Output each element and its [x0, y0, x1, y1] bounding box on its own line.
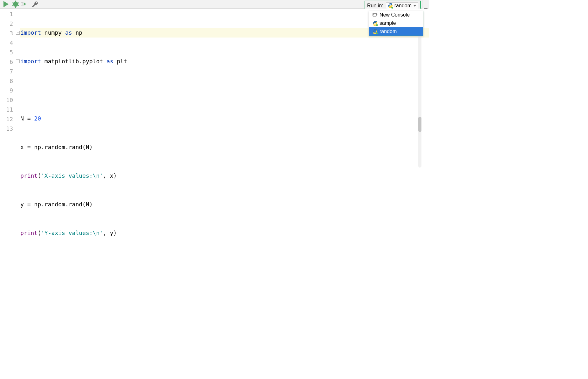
run-icon[interactable]	[2, 0, 10, 8]
svg-rect-3	[373, 13, 376, 16]
run-in-label: Run in:	[367, 3, 383, 9]
dropdown-item-new-console[interactable]: New Console	[369, 11, 423, 19]
svg-point-0	[13, 2, 18, 7]
run-in-dropdown[interactable]: random	[386, 2, 418, 9]
python-icon	[372, 20, 378, 26]
debug-icon[interactable]	[11, 0, 20, 8]
run-in-dropdown-menu: New Console sample random	[369, 11, 423, 36]
run-in-selected: random	[394, 3, 412, 9]
editor-scrollbar[interactable]	[418, 15, 421, 168]
svg-point-4	[376, 24, 378, 26]
step-cursor-icon[interactable]: I	[21, 0, 29, 8]
dropdown-item-random[interactable]: random	[369, 27, 423, 36]
fold-icon[interactable]	[16, 59, 20, 63]
fold-icon[interactable]	[16, 31, 20, 35]
line-number-gutter: 123 456 789 101112 13	[0, 9, 19, 277]
python-icon	[387, 3, 393, 9]
dropdown-item-sample[interactable]: sample	[369, 19, 423, 27]
python-icon	[372, 29, 378, 34]
wrench-icon[interactable]	[31, 0, 39, 8]
svg-text:I: I	[21, 2, 23, 6]
editor-toolbar: I Run in: random	[0, 0, 429, 9]
svg-point-5	[376, 32, 378, 34]
chevron-down-icon	[414, 5, 416, 7]
code-area[interactable]: import numpy as np import matplotlib.pyp…	[19, 9, 429, 277]
code-editor[interactable]: 123 456 789 101112 13 import numpy as np…	[0, 9, 429, 277]
new-console-icon	[372, 12, 378, 17]
